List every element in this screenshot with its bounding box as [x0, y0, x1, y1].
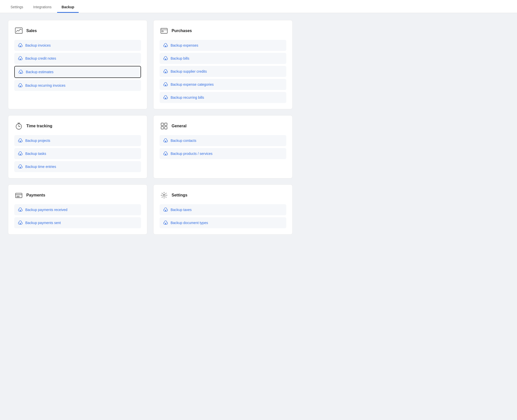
time-tracking-header: Time tracking	[14, 122, 141, 131]
backup-projects-link[interactable]: Backup projects	[14, 135, 141, 146]
backup-credit-notes-link[interactable]: Backup credit notes	[14, 53, 141, 64]
backup-expenses-link[interactable]: Backup expenses	[160, 40, 286, 51]
purchases-header: Purchases	[160, 26, 286, 35]
time-tracking-icon	[14, 122, 23, 131]
sales-icon	[14, 26, 23, 35]
payments-header: Payments	[14, 191, 141, 200]
tab-integrations[interactable]: Integrations	[29, 2, 56, 13]
backup-contacts-link[interactable]: Backup contacts	[160, 135, 286, 146]
general-header: General	[160, 122, 286, 131]
backup-recurring-bills-link[interactable]: Backup recurring bills	[160, 92, 286, 103]
svg-point-17	[18, 196, 19, 197]
row-3: Payments Backup payments received Backup…	[8, 184, 293, 235]
backup-supplier-credits-link[interactable]: Backup supplier credits	[160, 66, 286, 77]
backup-recurring-invoices-link[interactable]: Backup recurring invoices	[14, 80, 141, 91]
svg-point-18	[163, 194, 165, 196]
svg-rect-0	[15, 28, 22, 33]
general-title: General	[172, 124, 187, 128]
row-1: Sales Backup invoices Backup credit note…	[8, 20, 293, 109]
backup-invoices-link[interactable]: Backup invoices	[14, 40, 141, 51]
svg-rect-12	[161, 127, 164, 129]
backup-bills-link[interactable]: Backup bills	[160, 53, 286, 64]
backup-payments-sent-link[interactable]: Backup payments sent	[14, 217, 141, 228]
backup-estimates-link[interactable]: Backup estimates	[14, 66, 141, 78]
main-content: Sales Backup invoices Backup credit note…	[0, 13, 301, 248]
settings-section-title: Settings	[172, 193, 187, 197]
payments-icon	[14, 191, 23, 200]
time-tracking-title: Time tracking	[26, 124, 52, 128]
backup-time-entries-link[interactable]: Backup time entries	[14, 161, 141, 172]
purchases-section: Purchases Backup expenses Backup bills	[153, 20, 293, 109]
general-section: General Backup contacts Backup products …	[153, 115, 293, 178]
purchases-title: Purchases	[172, 29, 192, 33]
backup-document-types-link[interactable]: Backup document types	[160, 217, 286, 228]
tab-backup[interactable]: Backup	[57, 2, 79, 13]
row-2: Time tracking Backup projects Backup tas…	[8, 115, 293, 178]
svg-rect-10	[161, 123, 164, 126]
settings-icon	[160, 191, 169, 200]
sales-title: Sales	[26, 29, 37, 33]
svg-point-16	[17, 196, 18, 197]
svg-rect-11	[165, 123, 167, 126]
settings-section: Settings Backup taxes Backup document ty…	[153, 184, 293, 235]
top-nav: Settings Integrations Backup	[0, 0, 517, 13]
backup-tasks-link[interactable]: Backup tasks	[14, 148, 141, 159]
backup-payments-received-link[interactable]: Backup payments received	[14, 204, 141, 215]
backup-expense-categories-link[interactable]: Backup expense categories	[160, 79, 286, 90]
payments-title: Payments	[26, 193, 45, 197]
svg-rect-13	[165, 127, 167, 129]
svg-rect-4	[162, 31, 163, 32]
payments-section: Payments Backup payments received Backup…	[8, 184, 147, 235]
settings-section-header: Settings	[160, 191, 286, 200]
time-tracking-section: Time tracking Backup projects Backup tas…	[8, 115, 147, 178]
general-icon	[160, 122, 169, 131]
sales-header: Sales	[14, 26, 141, 35]
tab-settings[interactable]: Settings	[6, 2, 28, 13]
backup-taxes-link[interactable]: Backup taxes	[160, 204, 286, 215]
backup-products-services-link[interactable]: Backup products / services	[160, 148, 286, 159]
sales-section: Sales Backup invoices Backup credit note…	[8, 20, 147, 109]
purchases-icon	[160, 26, 169, 35]
